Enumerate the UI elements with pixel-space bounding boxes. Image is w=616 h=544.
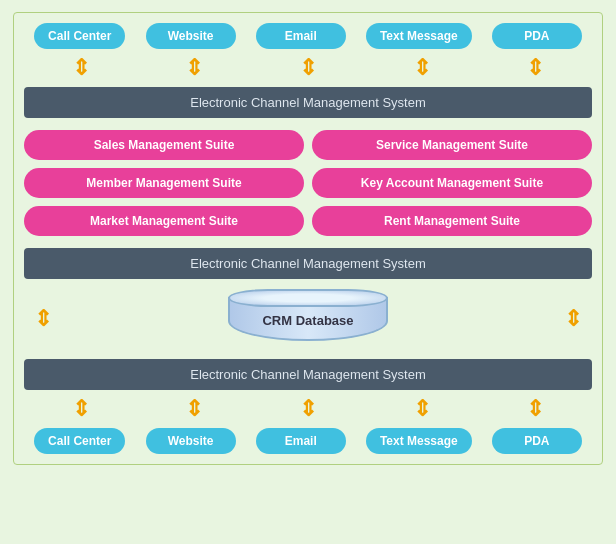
top-website[interactable]: Website bbox=[146, 23, 236, 49]
arrow-4: ⇕ bbox=[413, 57, 431, 79]
arrow-right-mid: ⇕ bbox=[564, 308, 582, 330]
crm-container: CRM Database bbox=[228, 289, 388, 349]
middle-section: ⇕ CRM Database ⇕ bbox=[24, 285, 592, 353]
bottom-channel-row: Call Center Website Email Text Message P… bbox=[24, 428, 592, 454]
bottom-website[interactable]: Website bbox=[146, 428, 236, 454]
top-call-center[interactable]: Call Center bbox=[34, 23, 125, 49]
arrow-b5: ⇕ bbox=[526, 398, 544, 420]
suite-member[interactable]: Member Management Suite bbox=[24, 168, 304, 198]
left-middle-arrow: ⇕ bbox=[34, 308, 52, 330]
suite-key-account[interactable]: Key Account Management Suite bbox=[312, 168, 592, 198]
bar-3: Electronic Channel Management System bbox=[24, 359, 592, 390]
right-middle-arrow: ⇕ bbox=[564, 308, 582, 330]
bar-1: Electronic Channel Management System bbox=[24, 87, 592, 118]
bottom-email[interactable]: Email bbox=[256, 428, 346, 454]
crm-cylinder: CRM Database bbox=[228, 289, 388, 349]
arrow-b2: ⇕ bbox=[185, 398, 203, 420]
arrow-3: ⇕ bbox=[299, 57, 317, 79]
bar-2: Electronic Channel Management System bbox=[24, 248, 592, 279]
arrow-left-mid: ⇕ bbox=[34, 308, 52, 330]
suite-market[interactable]: Market Management Suite bbox=[24, 206, 304, 236]
suite-rent[interactable]: Rent Management Suite bbox=[312, 206, 592, 236]
arrow-b4: ⇕ bbox=[413, 398, 431, 420]
suite-sales[interactable]: Sales Management Suite bbox=[24, 130, 304, 160]
top-pda[interactable]: PDA bbox=[492, 23, 582, 49]
main-container: Call Center Website Email Text Message P… bbox=[13, 12, 603, 465]
arrow-5: ⇕ bbox=[526, 57, 544, 79]
arrow-b1: ⇕ bbox=[72, 398, 90, 420]
top-channel-row: Call Center Website Email Text Message P… bbox=[24, 23, 592, 49]
top-email[interactable]: Email bbox=[256, 23, 346, 49]
cylinder-top bbox=[228, 289, 388, 307]
bottom-arrow-row: ⇕ ⇕ ⇕ ⇕ ⇕ bbox=[24, 396, 592, 422]
suite-grid: Sales Management Suite Service Managemen… bbox=[24, 124, 592, 242]
top-text-message[interactable]: Text Message bbox=[366, 23, 472, 49]
bottom-text-message[interactable]: Text Message bbox=[366, 428, 472, 454]
arrow-1: ⇕ bbox=[72, 57, 90, 79]
bottom-pda[interactable]: PDA bbox=[492, 428, 582, 454]
bottom-call-center[interactable]: Call Center bbox=[34, 428, 125, 454]
arrow-2: ⇕ bbox=[185, 57, 203, 79]
crm-label: CRM Database bbox=[262, 313, 353, 328]
arrow-b3: ⇕ bbox=[299, 398, 317, 420]
top-arrow-row: ⇕ ⇕ ⇕ ⇕ ⇕ bbox=[24, 55, 592, 81]
suite-service[interactable]: Service Management Suite bbox=[312, 130, 592, 160]
